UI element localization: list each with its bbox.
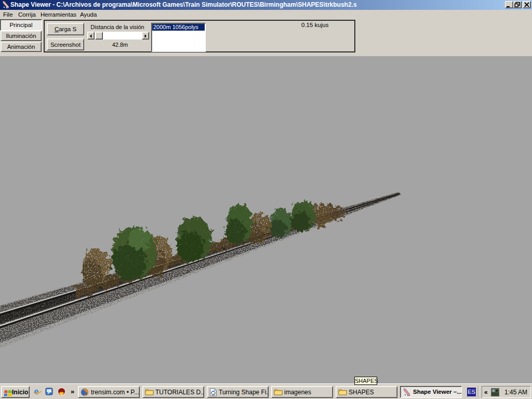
svg-text:e: e xyxy=(34,388,39,396)
